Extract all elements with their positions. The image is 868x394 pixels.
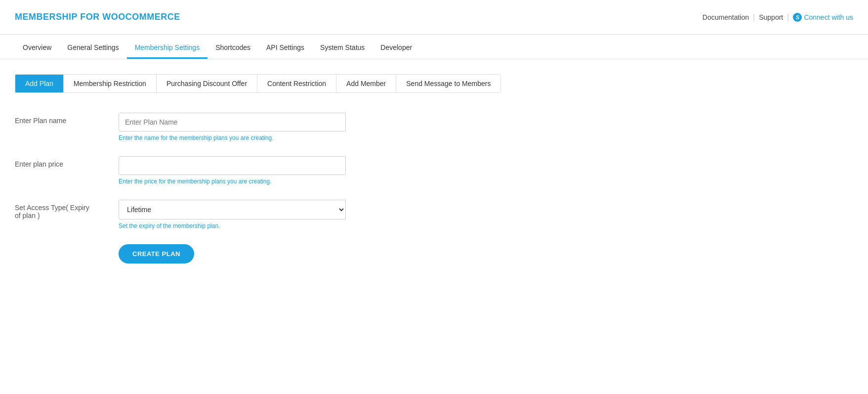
separator-1: | xyxy=(753,13,755,22)
add-plan-form: Enter Plan name Enter the name for the m… xyxy=(15,108,853,268)
nav-item-api-settings[interactable]: API Settings xyxy=(258,38,312,59)
plan-price-label: Enter plan price xyxy=(15,156,104,168)
nav-bar: Overview General Settings Membership Set… xyxy=(0,35,868,59)
form-row-plan-name: Enter Plan name Enter the name for the m… xyxy=(15,113,853,141)
plan-price-hint: Enter the price for the membership plans… xyxy=(119,178,346,185)
sub-tab-add-member[interactable]: Add Member xyxy=(336,75,396,92)
plan-name-field-wrap: Enter the name for the membership plans … xyxy=(119,113,346,141)
nav-item-shortcodes[interactable]: Shortcodes xyxy=(207,38,258,59)
sub-tabs: Add Plan Membership Restriction Purchasi… xyxy=(15,74,501,93)
nav-item-membership-settings[interactable]: Membership Settings xyxy=(127,38,208,59)
access-type-hint: Set the expiry of the membership plan. xyxy=(119,222,346,229)
connect-link[interactable]: S Connect with us xyxy=(793,13,853,22)
plan-price-input[interactable] xyxy=(119,156,346,175)
sub-tab-purchasing-discount-offer[interactable]: Purchasing Discount Offer xyxy=(157,75,257,92)
documentation-link[interactable]: Documentation xyxy=(703,13,749,21)
brand-title: MEMBERSHIP FOR WOOCOMMERCE xyxy=(15,12,180,22)
nav-item-system-status[interactable]: System Status xyxy=(312,38,372,59)
create-plan-button[interactable]: CREATE PLAN xyxy=(119,244,194,263)
plan-name-input[interactable] xyxy=(119,113,346,131)
sub-tab-content-restriction[interactable]: Content Restriction xyxy=(257,75,336,92)
top-links: Documentation | Support | S Connect with… xyxy=(703,13,853,22)
main-content: Add Plan Membership Restriction Purchasi… xyxy=(0,59,868,394)
access-type-select[interactable]: Lifetime Days Weeks Months Years xyxy=(119,200,346,219)
form-row-access-type: Set Access Type( Expiry of plan ) Lifeti… xyxy=(15,200,853,229)
nav-item-overview[interactable]: Overview xyxy=(15,38,59,59)
form-row-plan-price: Enter plan price Enter the price for the… xyxy=(15,156,853,185)
plan-name-label: Enter Plan name xyxy=(15,113,104,125)
sub-tab-membership-restriction[interactable]: Membership Restriction xyxy=(64,75,157,92)
separator-2: | xyxy=(787,13,789,22)
plan-price-field-wrap: Enter the price for the membership plans… xyxy=(119,156,346,185)
support-link[interactable]: Support xyxy=(759,13,783,21)
sub-tab-add-plan[interactable]: Add Plan xyxy=(15,75,64,92)
access-type-label: Set Access Type( Expiry of plan ) xyxy=(15,200,104,219)
top-bar: MEMBERSHIP FOR WOOCOMMERCE Documentation… xyxy=(0,0,868,35)
skype-icon: S xyxy=(793,13,802,22)
create-plan-button-row: CREATE PLAN xyxy=(15,244,853,263)
nav-item-developer[interactable]: Developer xyxy=(372,38,420,59)
plan-name-hint: Enter the name for the membership plans … xyxy=(119,134,346,141)
access-type-field-wrap: Lifetime Days Weeks Months Years Set the… xyxy=(119,200,346,229)
nav-item-general-settings[interactable]: General Settings xyxy=(59,38,126,59)
sub-tab-send-message-to-members[interactable]: Send Message to Members xyxy=(396,75,500,92)
